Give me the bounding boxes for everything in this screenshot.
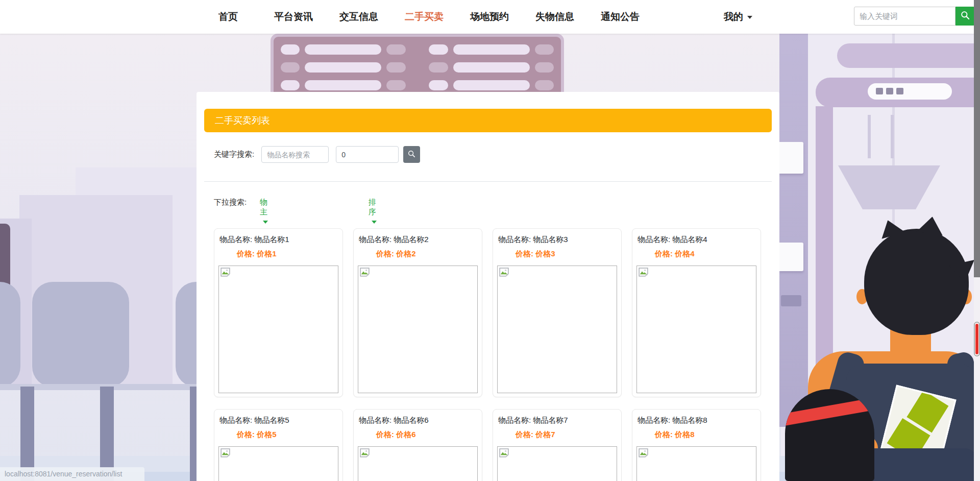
bg-gate-sign [868,83,952,100]
item-card[interactable]: 物品名称: 物品名称4 价格: 价格4 [632,228,761,397]
broken-image-icon [638,448,649,461]
item-image-placeholder [497,266,617,393]
item-name-search-input[interactable] [261,146,329,163]
nav-item-secondhand-trade[interactable]: 二手买卖 [391,0,457,34]
item-card[interactable]: 物品名称: 物品名称7 价格: 价格7 [493,409,622,481]
bg-gate-top [837,43,980,68]
nav-search-button[interactable] [955,7,975,26]
item-image-placeholder [636,266,756,393]
item-card[interactable]: 物品名称: 物品名称8 价格: 价格8 [632,409,761,481]
nav-my-label: 我的 [724,11,743,22]
kiosk-slot [781,295,801,306]
item-image-placeholder [218,446,338,481]
item-price: 价格: 价格6 [376,430,482,440]
nav-item-platform-news[interactable]: 平台资讯 [261,0,326,34]
scrollbar-thumb[interactable] [974,0,980,277]
keyword-search-row: 关键字搜索: [214,146,420,163]
item-card[interactable]: 物品名称: 物品名称3 价格: 价格3 [493,228,622,397]
bg-mast [891,115,894,158]
search-icon [407,150,416,160]
item-name: 物品名称: 物品名称6 [359,416,477,425]
item-card[interactable]: 物品名称: 物品名称5 价格: 价格5 [214,409,343,481]
item-price: 价格: 价格4 [655,249,761,259]
item-price: 价格: 价格7 [516,430,621,440]
item-name: 物品名称: 物品名称2 [359,235,477,245]
bg-kiosk-pillar [779,34,808,427]
airport-seat [32,282,129,387]
item-card[interactable]: 物品名称: 物品名称2 价格: 价格2 [353,228,482,397]
item-price: 价格: 价格3 [516,249,621,259]
nav-item-home[interactable]: 首页 [195,0,261,34]
dropdown-search-label: 下拉搜索: [214,198,247,206]
panel-title: 二手买卖列表 [215,115,270,126]
traveler-head [864,229,969,335]
nav-item-lost-found[interactable]: 失物信息 [522,0,587,34]
item-card-grid: 物品名称: 物品名称1 价格: 价格1 物品名称: 物品名称2 价格: 价格2 … [214,228,761,481]
airport-seat [0,282,20,387]
item-name: 物品名称: 物品名称5 [219,416,337,425]
keyword-search-button[interactable] [403,146,420,163]
item-name: 物品名称: 物品名称1 [219,235,337,245]
owner-dropdown[interactable]: 物主 [260,198,268,226]
item-image-placeholder [358,266,478,393]
item-image-placeholder [358,446,478,481]
nav-item-announcements[interactable]: 通知公告 [587,0,653,34]
status-url-text: localhost:8081/venue_reservation/list [5,470,122,478]
backpack-pocket [862,448,977,481]
nav-item-interaction-info[interactable]: 交互信息 [326,0,391,34]
item-card[interactable]: 物品名称: 物品名称1 价格: 价格1 [214,228,343,397]
item-name: 物品名称: 物品名称3 [498,235,616,245]
price-search-input[interactable] [336,146,399,163]
chevron-down-icon [263,221,268,224]
scrollbar[interactable] [974,0,980,481]
sort-dropdown[interactable]: 排序 [369,198,377,226]
broken-image-icon [638,267,649,280]
section-divider [204,181,772,182]
item-name: 物品名称: 物品名称8 [638,416,755,425]
item-image-placeholder [636,446,756,481]
broken-image-icon [359,448,370,461]
dropdown-search-row: 下拉搜索: 物主 排序 [214,198,247,210]
item-name: 物品名称: 物品名称4 [638,235,755,245]
item-image-placeholder [218,266,338,393]
bg-mast [868,115,871,158]
scrollbar-marker [974,322,980,356]
kiosk-screen [779,142,803,174]
nav-menu: 首页 平台资讯 交互信息 二手买卖 场地预约 失物信息 通知公告 [195,0,653,34]
keyword-search-label: 关键字搜索: [214,150,254,159]
black-bag [785,389,874,481]
status-url-tooltip: localhost:8081/venue_reservation/list [0,467,144,481]
nav-search-input[interactable] [854,7,955,26]
nav-item-venue-reservation[interactable]: 场地预约 [457,0,522,34]
item-price: 价格: 价格8 [655,430,761,440]
item-card[interactable]: 物品名称: 物品名称6 价格: 价格6 [353,409,482,481]
item-price: 价格: 价格5 [237,430,342,440]
chevron-down-icon [747,16,752,19]
item-price: 价格: 价格1 [237,249,342,259]
kiosk-screen [779,243,803,271]
secondhand-list-panel: 二手买卖列表 关键字搜索: 下拉搜索: 物主 排序 [197,92,779,481]
page: 首页 平台资讯 交互信息 二手买卖 场地预约 失物信息 通知公告 我的 二手买卖… [0,0,980,481]
item-name: 物品名称: 物品名称7 [498,416,616,425]
broken-image-icon [220,267,231,280]
top-navbar: 首页 平台资讯 交互信息 二手买卖 场地预约 失物信息 通知公告 我的 [0,0,980,34]
panel-title-bar: 二手买卖列表 [204,109,772,132]
item-price: 价格: 价格2 [376,249,482,259]
broken-image-icon [499,267,509,280]
item-image-placeholder [497,446,617,481]
broken-image-icon [220,448,231,461]
broken-image-icon [499,448,509,461]
broken-image-icon [359,267,370,280]
nav-my-dropdown[interactable]: 我的 [724,0,752,34]
chevron-down-icon [372,221,377,224]
search-icon [960,10,970,22]
